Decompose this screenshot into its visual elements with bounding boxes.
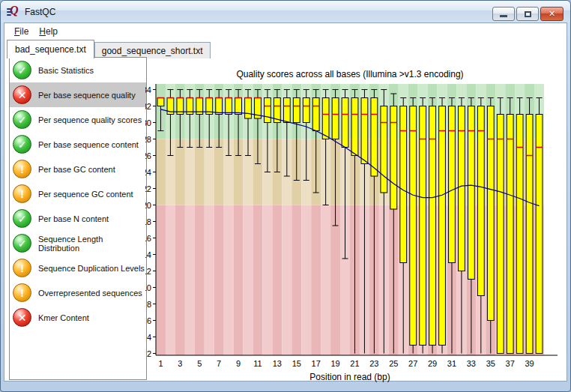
quartile-box (468, 106, 474, 280)
sidebar-item-label: Per base sequence content (38, 140, 139, 149)
y-tick-label: 26 (145, 151, 151, 160)
fail-zone (272, 205, 282, 356)
y-tick-label: 32 (145, 102, 151, 111)
x-tick-label: 27 (408, 359, 417, 368)
fastqc-logo-icon: Q (7, 5, 20, 18)
x-tick-label: 21 (350, 359, 359, 368)
quartile-box (216, 98, 223, 115)
fail-zone (262, 205, 272, 356)
quartile-box (487, 106, 494, 321)
quartile-box (429, 106, 436, 346)
warn-icon: ! (13, 184, 31, 203)
warn-icon: ! (13, 283, 31, 302)
sidebar-item[interactable]: ✕ Kmer Content (10, 305, 146, 330)
fail-zone (244, 205, 253, 356)
boxplot-column (516, 98, 523, 354)
y-tick-label: 22 (145, 184, 151, 193)
sidebar-item[interactable]: ✓ Per base N content (10, 206, 146, 231)
y-tick-label: 20 (145, 201, 151, 210)
minimize-icon (500, 15, 507, 17)
x-tick-label: 7 (217, 359, 221, 368)
quartile-box (371, 98, 378, 177)
quartile-box (390, 106, 397, 210)
fail-zone (185, 205, 195, 356)
window-body: File Help bad_sequence.txtgood_sequence_… (4, 22, 567, 382)
boxplot-column (439, 98, 446, 354)
quartile-box (245, 98, 252, 119)
sidebar-item-label: Per sequence quality scores (38, 115, 142, 124)
quartile-box (526, 115, 533, 354)
tab-bad-sequence[interactable]: bad_sequence.txt (7, 40, 94, 58)
pass-icon: ✓ (13, 135, 31, 154)
boxplot-column (487, 98, 494, 354)
quartile-box (351, 98, 358, 156)
quartile-box (226, 98, 232, 115)
quartile-box (303, 98, 309, 123)
x-tick-label: 19 (330, 359, 339, 368)
x-tick-label: 35 (486, 359, 495, 368)
quartile-box (322, 98, 329, 139)
x-tick-label: 39 (525, 359, 534, 368)
x-tick-label: 5 (197, 359, 202, 368)
sidebar-item[interactable]: ✓ Basic Statistics (10, 58, 146, 82)
quartile-box (410, 106, 417, 346)
quartile-box (293, 98, 300, 123)
y-tick-label: 4 (147, 333, 151, 342)
warn-zone (214, 139, 224, 205)
chart-title: Quality scores across all bases (Illumin… (236, 69, 463, 79)
quartile-box (439, 106, 446, 346)
quartile-box (312, 98, 319, 131)
sidebar-item[interactable]: ! Per base GC content (10, 157, 146, 181)
sidebar-item[interactable]: ✕ Per base sequence quality (10, 82, 146, 107)
x-tick-label: 17 (312, 359, 321, 368)
quality-boxplot-chart: 2468101214161820222426283032341357911131… (145, 54, 570, 382)
sidebar-item[interactable]: ✓ Per base sequence content (10, 132, 146, 157)
warn-zone (205, 139, 214, 205)
menu-bar: File Help (4, 23, 567, 39)
y-tick-label: 6 (147, 316, 151, 325)
sidebar-item[interactable]: ! Overrepresented sequences (10, 280, 146, 305)
sidebar-item[interactable]: ✓ Per sequence quality scores (10, 107, 146, 132)
boxplot-column (410, 98, 417, 354)
minimize-button[interactable] (492, 7, 515, 21)
quartile-box (361, 98, 368, 164)
module-sidebar: ✓ Basic Statistics ✕ Per base sequence q… (9, 57, 147, 380)
close-button[interactable]: ✕ (540, 7, 564, 21)
y-tick-label: 8 (147, 300, 151, 309)
quartile-box (381, 106, 387, 193)
sidebar-item[interactable]: ! Per sequence GC content (10, 181, 146, 206)
quartile-box (477, 106, 484, 296)
quartile-box (497, 115, 504, 354)
boxplot-column (526, 98, 533, 354)
quartile-box (265, 98, 271, 123)
restore-button[interactable] (516, 7, 539, 21)
sidebar-item-label: Per sequence GC content (38, 190, 133, 199)
fail-zone (291, 205, 301, 356)
y-tick-label: 18 (145, 217, 151, 226)
y-tick-label: 10 (145, 283, 151, 292)
quartile-box (516, 115, 523, 354)
sidebar-item-label: Basic Statistics (38, 66, 94, 75)
sidebar-item[interactable]: ! Sequence Duplication Levels (10, 256, 146, 280)
quartile-box (235, 98, 242, 115)
warn-zone (195, 139, 205, 205)
warn-icon: ! (13, 160, 31, 178)
boxplot-column (429, 98, 436, 354)
fail-zone (234, 205, 244, 356)
menu-file[interactable]: File (9, 25, 34, 38)
main-area: ✓ Basic Statistics ✕ Per base sequence q… (4, 55, 567, 384)
x-tick-label: 25 (389, 359, 398, 368)
title-bar[interactable]: Q FastQC ✕ (1, 1, 570, 22)
menu-help[interactable]: Help (34, 25, 63, 38)
pass-icon: ✓ (13, 110, 31, 129)
boxplot-column (536, 98, 543, 354)
quartile-box (342, 98, 348, 148)
sidebar-item[interactable]: ✓ Sequence Length Distribution (10, 231, 146, 256)
boxplot-column (507, 98, 513, 354)
quartile-box (536, 115, 543, 354)
pass-icon: ✓ (13, 61, 31, 79)
x-tick-label: 29 (428, 359, 437, 368)
sidebar-item-label: Sequence Duplication Levels (38, 264, 145, 273)
y-tick-label: 34 (145, 85, 151, 94)
fail-zone (253, 205, 263, 356)
